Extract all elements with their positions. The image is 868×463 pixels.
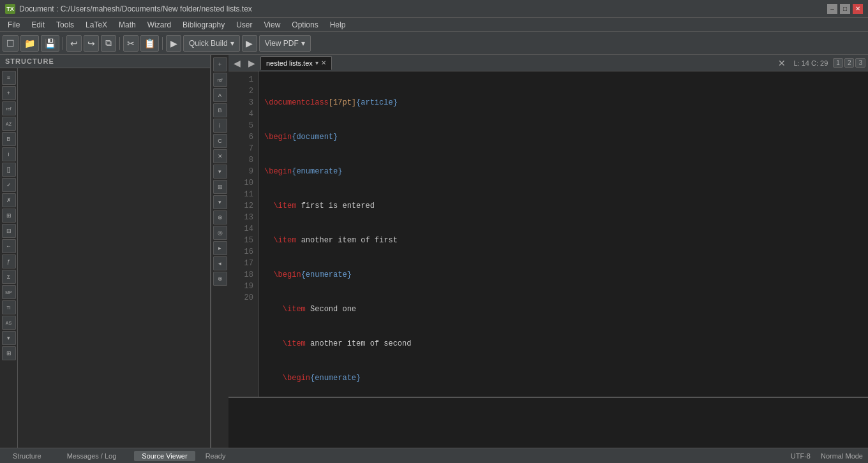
line-num-4: 4 [228,108,258,120]
line-num-13: 13 [228,212,258,223]
menu-file[interactable]: File [3,19,25,31]
sidebar-icon-check[interactable]: ✓ [2,178,16,192]
pt-ref-icon[interactable]: ref [213,73,227,87]
sidebar-icon-arrow-left[interactable]: ← [2,239,16,253]
copy2-button[interactable]: ⧉ [101,35,116,52]
status-tab-structure[interactable]: Structure [5,451,49,461]
sidebar-icon-sigma[interactable]: Σ [2,270,16,284]
menu-edit[interactable]: Edit [26,19,50,31]
tab-filename: nested lists.tex [266,59,313,67]
sidebar-icon-function[interactable]: ƒ [2,254,16,268]
sidebar-icon-bold[interactable]: B [2,132,16,146]
sidebar-icon-as[interactable]: AS [2,316,16,330]
status-tab-source-viewer[interactable]: Source Viewer [134,451,195,461]
separator-3 [162,37,163,50]
code-line-2: \begin{document} [264,131,863,143]
pt-expand-icon[interactable]: ⊞ [213,180,227,194]
play2-button[interactable]: ▶ [242,35,257,52]
pt-c-icon[interactable]: C [213,134,227,148]
pt-add-icon[interactable]: + [213,57,227,71]
status-bar: Structure Messages / Log Source Viewer R… [0,448,868,463]
tab-close-icon[interactable]: ✕ [321,59,326,66]
split-view-3[interactable]: 3 [855,58,865,68]
save-button[interactable]: 💾 [41,35,59,52]
pt-az-icon[interactable]: A [213,88,227,102]
undo-button[interactable]: ↩ [66,35,82,52]
sidebar-icon-compress[interactable]: ⊟ [2,224,16,238]
pt-arrow-left-icon[interactable]: ◂ [213,256,227,270]
menu-latex[interactable]: LaTeX [80,19,112,31]
menu-wizard[interactable]: Wizard [142,19,176,31]
status-right: UTF-8 Normal Mode [791,452,863,460]
menu-math[interactable]: Math [114,19,141,31]
line-num-17: 17 [228,258,258,269]
editor-tab-nested-lists[interactable]: nested lists.tex ✕ [260,56,332,70]
line-num-15: 15 [228,235,258,246]
sidebar-icon-plus[interactable]: + [2,86,16,100]
cut-button[interactable]: ✂ [123,35,138,52]
sidebar-icon-info[interactable]: i [2,147,16,161]
new-button[interactable]: ☐ [3,35,19,52]
quick-build-button[interactable]: Quick Build [183,35,240,52]
pt-x-icon[interactable]: ✕ [213,149,227,163]
sidebar-header: STRUCTURE [0,55,210,68]
sidebar-icon-expand-all[interactable]: ⊞ [2,346,16,360]
menu-tools[interactable]: Tools [51,19,79,31]
menu-options[interactable]: Options [287,19,323,31]
maximize-button[interactable]: □ [840,4,850,14]
sidebar-icon-collapse[interactable]: ▾ [2,331,16,345]
pt-arrow-right-icon[interactable]: ▸ [213,241,227,255]
minimize-button[interactable]: – [827,4,837,14]
editor-content: 1 2 3 4 5 6 7 8 9 10 11 12 13 14 15 16 1… [228,71,868,397]
pt-circle-x2-icon[interactable]: ⊗ [213,272,227,286]
tab-nav-forward[interactable]: ▶ [246,57,258,70]
split-view-1[interactable]: 1 [833,58,843,68]
line-num-5: 5 [228,120,258,131]
menu-user[interactable]: User [231,19,257,31]
sidebar-icon-expand[interactable]: ⊞ [2,209,16,223]
sidebar-icon-ref[interactable]: ref [2,101,16,115]
toolbar: ☐ 📁 💾 ↩ ↪ ⧉ ✂ 📋 ▶ Quick Build ▶ View PDF [0,32,868,55]
title-left: TX Document : C:/Users/mahesh/Documents/… [5,4,252,14]
line-num-1: 1 [228,74,258,85]
line-numbers: 1 2 3 4 5 6 7 8 9 10 11 12 13 14 15 16 1… [228,71,259,397]
pt-info-icon[interactable]: i [213,119,227,133]
pt-eye-icon[interactable]: ◎ [213,226,227,240]
sidebar-icon-cross[interactable]: ✗ [2,193,16,207]
editor-bottom-pane [228,397,868,448]
tab-dropdown-icon[interactable] [315,59,318,66]
split-view-2[interactable]: 2 [844,58,855,68]
code-area[interactable]: \documentclass[17pt]{article} \begin{doc… [259,71,868,397]
menu-view[interactable]: View [259,19,286,31]
view-pdf-button[interactable]: View PDF [259,35,311,52]
line-num-20: 20 [228,292,258,304]
pt-arrow-down-icon[interactable]: ▾ [213,195,227,209]
sidebar-icon-bracket[interactable]: [] [2,163,16,177]
sidebar-icon-ti[interactable]: TI [2,300,16,314]
line-num-2: 2 [228,85,258,97]
line-num-7: 7 [228,143,258,154]
open-button[interactable]: 📁 [20,35,39,52]
sidebar-icon-az[interactable]: AZ [2,117,16,131]
view-split-buttons: 1 2 3 [833,58,865,68]
close-button[interactable]: ✕ [853,4,863,14]
sidebar-icon-menu[interactable]: ≡ [2,71,16,85]
sidebar: STRUCTURE ≡ + ref AZ B i [] ✓ ✗ ⊞ ⊟ ← ƒ … [0,55,211,448]
pt-collapse-icon[interactable]: ▾ [213,165,227,179]
sidebar-icon-mp[interactable]: MP [2,285,16,299]
status-tab-messages[interactable]: Messages / Log [59,451,124,461]
play-button[interactable]: ▶ [166,35,181,52]
redo-button[interactable]: ↪ [84,35,99,52]
menu-bibliography[interactable]: Bibliography [177,19,230,31]
status-ready: Ready [206,452,226,460]
pt-bold-icon[interactable]: B [213,103,227,117]
menu-help[interactable]: Help [325,19,351,31]
editor-area: ◀ ▶ nested lists.tex ✕ ✕ L: 14 C: 29 1 2… [228,55,868,448]
paste-button[interactable]: 📋 [140,35,159,52]
line-num-3: 3 [228,97,258,108]
editor-tabbar: ◀ ▶ nested lists.tex ✕ ✕ L: 14 C: 29 1 2… [228,55,868,71]
tab-nav-back[interactable]: ◀ [231,57,243,70]
pt-circle-x-icon[interactable]: ⊗ [213,210,227,224]
view-pdf-label: View PDF [265,39,299,48]
tab-close-x[interactable]: ✕ [775,57,788,70]
